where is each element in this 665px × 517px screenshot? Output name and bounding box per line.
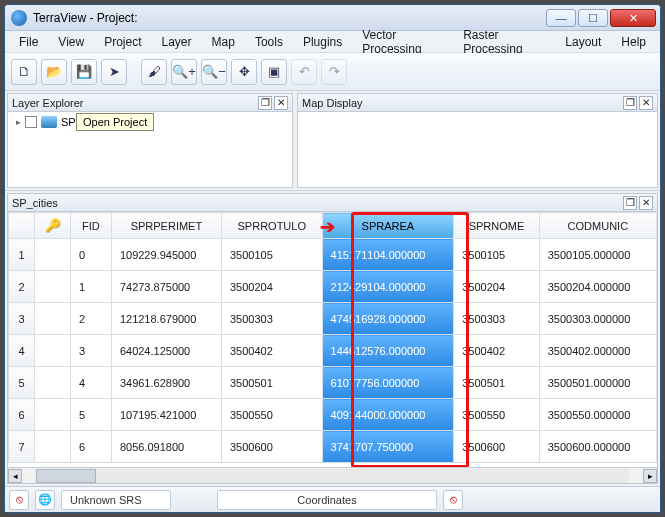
cell-sprrotulo[interactable]: 3500550 [221, 399, 322, 431]
table-row[interactable]: 65107195.4210003500550409144000.00000035… [9, 399, 657, 431]
status-globe-button[interactable]: 🌐 [35, 490, 55, 510]
cell-sprnome[interactable]: 3500204 [454, 271, 540, 303]
cell-sprarea[interactable]: 144612576.000000 [322, 335, 454, 367]
menu-project[interactable]: Project [94, 33, 151, 51]
cell-codmunic[interactable]: 3500303.000000 [539, 303, 656, 335]
open-project-button[interactable]: 📂 [41, 59, 67, 85]
menu-map[interactable]: Map [202, 33, 245, 51]
cell-codmunic[interactable]: 3500402.000000 [539, 335, 656, 367]
pointer-button[interactable]: ➤ [101, 59, 127, 85]
zoom-in-button[interactable]: 🔍+ [171, 59, 197, 85]
cell-sprnome[interactable]: 3500501 [454, 367, 540, 399]
menu-help[interactable]: Help [611, 33, 656, 51]
cell-sprperimet[interactable]: 121218.679000 [111, 303, 221, 335]
table-corner[interactable] [9, 213, 35, 239]
layer-checkbox[interactable] [25, 116, 37, 128]
cell-fid[interactable]: 2 [71, 303, 112, 335]
status-stop-button[interactable]: ⦸ [9, 490, 29, 510]
brush-button[interactable]: 🖌 [141, 59, 167, 85]
cell-sprarea[interactable]: 61077756.000000 [322, 367, 454, 399]
row-header[interactable]: 3 [9, 303, 35, 335]
zoom-extent-button[interactable]: ▣ [261, 59, 287, 85]
row-header[interactable]: 6 [9, 399, 35, 431]
panel-float-button[interactable]: ❐ [258, 96, 272, 110]
key-cell[interactable] [35, 367, 71, 399]
table-row[interactable]: 32121218.6790003500303474516928.00000035… [9, 303, 657, 335]
cell-sprnome[interactable]: 3500600 [454, 431, 540, 463]
cell-sprarea[interactable]: 3741707.750000 [322, 431, 454, 463]
row-header[interactable]: 4 [9, 335, 35, 367]
coordinates-field[interactable]: Coordinates [217, 490, 437, 510]
close-button[interactable]: ✕ [610, 9, 656, 27]
cell-sprperimet[interactable]: 109229.945000 [111, 239, 221, 271]
cell-sprperimet[interactable]: 64024.125000 [111, 335, 221, 367]
menu-plugins[interactable]: Plugins [293, 33, 352, 51]
row-header[interactable]: 2 [9, 271, 35, 303]
cell-sprrotulo[interactable]: 3500105 [221, 239, 322, 271]
menu-layer[interactable]: Layer [152, 33, 202, 51]
key-cell[interactable] [35, 335, 71, 367]
cell-sprperimet[interactable]: 74273.875000 [111, 271, 221, 303]
table-row[interactable]: 2174273.8750003500204212429104.000000350… [9, 271, 657, 303]
attribute-table[interactable]: 🔑FIDSPRPERIMETSPRROTULOSPRAREASPRNOMECOD… [8, 212, 657, 463]
table-horizontal-scrollbar[interactable]: ◂ ▸ [8, 467, 657, 483]
cell-fid[interactable]: 4 [71, 367, 112, 399]
expand-icon[interactable]: ▸ [16, 117, 21, 127]
cell-sprrotulo[interactable]: 3500501 [221, 367, 322, 399]
cell-sprnome[interactable]: 3500303 [454, 303, 540, 335]
save-project-button[interactable]: 💾 [71, 59, 97, 85]
key-cell[interactable] [35, 271, 71, 303]
row-header[interactable]: 1 [9, 239, 35, 271]
table-row[interactable]: 10109229.9450003500105415171104.00000035… [9, 239, 657, 271]
cell-codmunic[interactable]: 3500105.000000 [539, 239, 656, 271]
zoom-out-button[interactable]: 🔍− [201, 59, 227, 85]
cell-sprperimet[interactable]: 8056.091800 [111, 431, 221, 463]
panel-close-button[interactable]: ✕ [274, 96, 288, 110]
cell-fid[interactable]: 6 [71, 431, 112, 463]
cell-sprarea[interactable]: 212429104.000000 [322, 271, 454, 303]
panel-float-button[interactable]: ❐ [623, 96, 637, 110]
key-cell[interactable] [35, 399, 71, 431]
menu-tools[interactable]: Tools [245, 33, 293, 51]
pan-button[interactable]: ✥ [231, 59, 257, 85]
panel-close-button[interactable]: ✕ [639, 96, 653, 110]
cell-sprnome[interactable]: 3500402 [454, 335, 540, 367]
cell-fid[interactable]: 0 [71, 239, 112, 271]
cell-sprarea[interactable]: 474516928.000000 [322, 303, 454, 335]
key-cell[interactable] [35, 303, 71, 335]
new-project-button[interactable]: 🗋 [11, 59, 37, 85]
table-row[interactable]: 4364024.1250003500402144612576.000000350… [9, 335, 657, 367]
cell-sprnome[interactable]: 3500105 [454, 239, 540, 271]
row-header[interactable]: 5 [9, 367, 35, 399]
srs-field[interactable]: Unknown SRS [61, 490, 171, 510]
cell-fid[interactable]: 3 [71, 335, 112, 367]
map-canvas[interactable] [298, 112, 657, 187]
cell-sprnome[interactable]: 3500550 [454, 399, 540, 431]
key-column-header[interactable]: 🔑 [35, 213, 71, 239]
cell-codmunic[interactable]: 3500600.000000 [539, 431, 656, 463]
cell-codmunic[interactable]: 3500550.000000 [539, 399, 656, 431]
cell-sprperimet[interactable]: 34961.628900 [111, 367, 221, 399]
cell-fid[interactable]: 5 [71, 399, 112, 431]
row-header[interactable]: 7 [9, 431, 35, 463]
undo-button[interactable]: ↶ [291, 59, 317, 85]
cell-sprperimet[interactable]: 107195.421000 [111, 399, 221, 431]
status-clear-button[interactable]: ⦸ [443, 490, 463, 510]
maximize-button[interactable]: ☐ [578, 9, 608, 27]
scroll-thumb[interactable] [36, 469, 96, 483]
minimize-button[interactable]: — [546, 9, 576, 27]
column-header-sprperimet[interactable]: SPRPERIMET [111, 213, 221, 239]
menu-file[interactable]: File [9, 33, 48, 51]
scroll-left-button[interactable]: ◂ [8, 469, 22, 483]
cell-fid[interactable]: 1 [71, 271, 112, 303]
column-header-sprrotulo[interactable]: SPRROTULO [221, 213, 322, 239]
menu-layout[interactable]: Layout [555, 33, 611, 51]
table-row[interactable]: 768056.09180035006003741707.750000350060… [9, 431, 657, 463]
cell-sprrotulo[interactable]: 3500303 [221, 303, 322, 335]
redo-button[interactable]: ↷ [321, 59, 347, 85]
cell-sprrotulo[interactable]: 3500402 [221, 335, 322, 367]
cell-codmunic[interactable]: 3500501.000000 [539, 367, 656, 399]
scroll-right-button[interactable]: ▸ [643, 469, 657, 483]
key-cell[interactable] [35, 239, 71, 271]
cell-codmunic[interactable]: 3500204.000000 [539, 271, 656, 303]
